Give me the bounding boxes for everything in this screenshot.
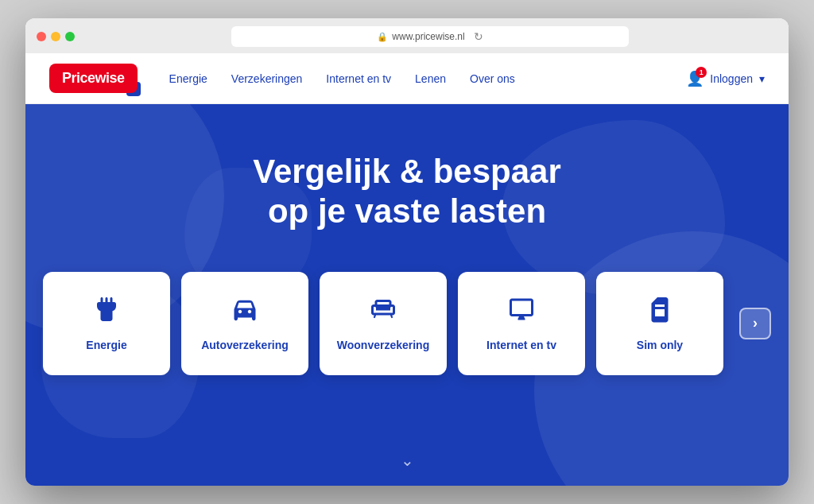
nav-over-ons[interactable]: Over ons [470, 72, 515, 85]
traffic-light-red[interactable] [37, 32, 46, 41]
logo-wrap: Pricewise [49, 64, 138, 93]
login-label[interactable]: Inloggen [710, 72, 753, 85]
sofa-icon [369, 295, 397, 328]
nav-internet-tv[interactable]: Internet en tv [326, 72, 391, 85]
refresh-button[interactable]: ↻ [474, 30, 483, 43]
notification-icon: 👤 1 [686, 70, 704, 87]
traffic-light-green[interactable] [65, 32, 75, 41]
lock-icon: 🔒 [377, 32, 388, 42]
navbar: Pricewise Energie Verzekeringen Internet… [25, 53, 789, 104]
woonverzekering-label: Woonverzekering [337, 339, 429, 351]
category-card-simonly[interactable]: Sim only [596, 272, 723, 375]
traffic-lights [37, 32, 75, 41]
category-card-energie[interactable]: Energie [43, 272, 170, 375]
energie-label: Energie [86, 339, 126, 351]
sim-icon [645, 295, 674, 328]
scroll-indicator[interactable]: ⌄ [401, 451, 414, 470]
category-card-autoverzekering[interactable]: Autoverzekering [181, 272, 308, 375]
login-button[interactable]: 👤 1 Inloggen ▾ [686, 70, 765, 87]
chevron-down-icon: ▾ [759, 72, 765, 85]
category-card-internet[interactable]: Internet en tv [458, 272, 585, 375]
browser-window: 🔒 www.pricewise.nl ↻ Pricewise Energie V… [25, 18, 789, 486]
traffic-light-yellow[interactable] [51, 32, 60, 41]
url-text: www.pricewise.nl [392, 31, 464, 42]
autoverzekering-label: Autoverzekering [201, 339, 289, 351]
internet-label: Internet en tv [486, 339, 556, 351]
hero-section: Vergelijk & bespaar op je vaste lasten E… [25, 104, 789, 486]
nav-links: Energie Verzekeringen Internet en tv Len… [169, 72, 687, 85]
simonly-label: Sim only [637, 339, 683, 351]
plug-icon [92, 295, 121, 328]
nav-energie[interactable]: Energie [169, 72, 207, 85]
nav-verzekeringen[interactable]: Verzekeringen [231, 72, 303, 85]
next-button[interactable]: › [739, 308, 771, 339]
nav-lenen[interactable]: Lenen [415, 72, 446, 85]
browser-chrome: 🔒 www.pricewise.nl ↻ [25, 18, 789, 53]
monitor-icon [507, 295, 536, 328]
address-bar[interactable]: 🔒 www.pricewise.nl ↻ [231, 26, 629, 47]
category-card-woonverzekering[interactable]: Woonverzekering [320, 272, 447, 375]
category-cards: Energie Autoverzekering Woonverzek [43, 272, 771, 375]
hero-title: Vergelijk & bespaar op je vaste lasten [253, 152, 561, 232]
notification-badge: 1 [696, 67, 707, 78]
car-icon [231, 295, 259, 328]
pricewise-logo[interactable]: Pricewise [49, 64, 138, 93]
